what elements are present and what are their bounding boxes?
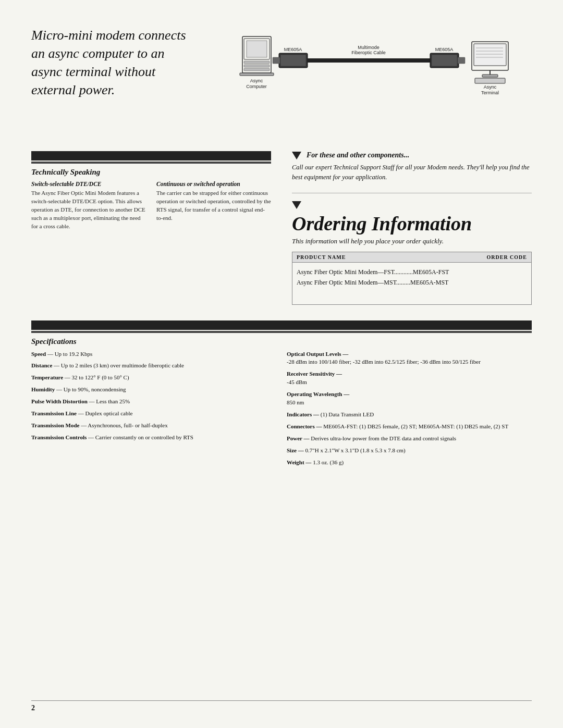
spec-optical-label: Optical Output Levels — bbox=[287, 351, 348, 357]
spec-speed-label: Speed bbox=[31, 351, 46, 357]
spec-wavelength: Operating Wavelength — 850 nm bbox=[287, 390, 532, 407]
spec-optical-value: -28 dBm into 100/140 fiber; -32 dBm into… bbox=[287, 359, 481, 365]
spec-connectors-value: ME605A-FST: (1) DB25 female, (2) ST; ME6… bbox=[322, 423, 509, 429]
specs-title: Specifications bbox=[31, 337, 532, 346]
ordering-title: Ordering Information bbox=[292, 212, 532, 235]
dte-dce-body: The Async Fiber Optic Mini Modem feature… bbox=[31, 189, 146, 231]
page-number: 2 bbox=[31, 704, 35, 712]
svg-text:ME605A: ME605A bbox=[435, 47, 454, 52]
ordering-triangle-icon bbox=[292, 201, 301, 209]
ordering-section: Ordering Information This information wi… bbox=[292, 201, 532, 305]
spec-transmission-mode-label: Transmission Mode bbox=[31, 422, 79, 428]
for-these-title: For these and other components... bbox=[307, 151, 409, 159]
svg-text:Multimode: Multimode bbox=[358, 45, 380, 50]
spec-wavelength-value: 850 nm bbox=[287, 399, 304, 405]
spec-transmission-line: Transmission Line — Duplex optical cable bbox=[31, 410, 276, 418]
spec-temperature-label: Temperature bbox=[31, 374, 63, 380]
col-product-name: PRODUCT NAME bbox=[297, 254, 444, 260]
spec-humidity-value: — Up to 90%, noncondensing bbox=[55, 386, 126, 392]
spec-connectors-label: Connectors — bbox=[287, 423, 322, 429]
specs-content: Speed — Up to 19.2 Kbps Distance — Up to… bbox=[31, 350, 532, 471]
spec-connectors: Connectors — ME605A-FST: (1) DB25 female… bbox=[287, 423, 532, 431]
spec-pulse-width-label: Pulse Width Distortion bbox=[31, 398, 88, 404]
spec-weight-value: 1.3 oz. (36 g) bbox=[311, 459, 344, 465]
spec-wavelength-label: Operating Wavelength — bbox=[287, 391, 349, 397]
connection-diagram: ME605A Async Computer Multimode Fiberopt… bbox=[227, 26, 519, 135]
svg-rect-6 bbox=[240, 73, 274, 76]
spec-distance-label: Distance bbox=[31, 362, 52, 368]
order-row-mst-name: Async Fiber Optic Mini Modem—MST........… bbox=[297, 279, 448, 286]
order-table: PRODUCT NAME ORDER CODE Async Fiber Opti… bbox=[292, 252, 532, 305]
svg-rect-9 bbox=[273, 57, 280, 64]
diagram-area: ME605A Async Computer Multimode Fiberopt… bbox=[214, 21, 532, 135]
technically-speaking-section: Technically Speaking Switch-selectable D… bbox=[31, 151, 271, 305]
spec-receiver-value: -45 dBm bbox=[287, 379, 307, 385]
spec-receiver-label: Receiver Sensitivity — bbox=[287, 371, 342, 377]
continuous-switched-body: The carrier can be strapped for either c… bbox=[156, 189, 271, 223]
tech-left: Switch-selectable DTE/DCE The Async Fibe… bbox=[31, 181, 146, 231]
spec-power: Power — Derives ultra-low power from the… bbox=[287, 435, 532, 443]
specifications-section: Specifications Speed — Up to 19.2 Kbps D… bbox=[31, 320, 532, 471]
top-section: Micro-mini modem connects an async compu… bbox=[31, 21, 532, 135]
continuous-switched-title: Continuous or switched operation bbox=[156, 181, 271, 187]
order-row-fst: Async Fiber Optic Mini Modem—FST........… bbox=[297, 268, 527, 277]
order-table-header: PRODUCT NAME ORDER CODE bbox=[292, 252, 531, 263]
svg-rect-21 bbox=[482, 75, 498, 77]
spec-transmission-controls-value: — Carrier constantly on or controlled by… bbox=[87, 434, 193, 440]
svg-text:ME605A: ME605A bbox=[284, 47, 302, 52]
spec-transmission-mode: Transmission Mode — Asynchronous, full- … bbox=[31, 422, 276, 430]
spec-pulse-width-value: — Less than 25% bbox=[88, 398, 130, 404]
spec-indicators-value: (1) Data Transmit LED bbox=[319, 411, 374, 417]
spec-indicators-label: Indicators — bbox=[287, 411, 319, 417]
order-row-fst-name: Async Fiber Optic Mini Modem—FST........… bbox=[297, 268, 449, 276]
spec-distance-value: — Up to 2 miles (3 km) over multimode fi… bbox=[52, 362, 184, 368]
ordering-header bbox=[292, 201, 532, 209]
page: Micro-mini modem connects an async compu… bbox=[0, 0, 563, 728]
svg-rect-5 bbox=[244, 68, 270, 71]
dte-dce-title: Switch-selectable DTE/DCE bbox=[31, 181, 146, 187]
middle-section: Technically Speaking Switch-selectable D… bbox=[31, 151, 532, 305]
spec-size-label: Size — bbox=[287, 447, 304, 453]
ordering-subtitle: This information will help you place you… bbox=[292, 237, 532, 245]
svg-text:Terminal: Terminal bbox=[481, 90, 499, 95]
svg-text:Async: Async bbox=[250, 78, 263, 83]
bottom-bar: 2 bbox=[31, 700, 532, 712]
spec-power-value: Derives ultra-low power from the DTE dat… bbox=[309, 435, 456, 441]
spec-transmission-controls: Transmission Controls — Carrier constant… bbox=[31, 434, 276, 442]
technically-speaking-title: Technically Speaking bbox=[31, 168, 271, 177]
spec-temperature: Temperature — 32 to 122° F (0 to 50° C) bbox=[31, 374, 276, 382]
spec-transmission-controls-label: Transmission Controls bbox=[31, 434, 87, 440]
spec-speed: Speed — Up to 19.2 Kbps bbox=[31, 350, 276, 359]
specs-right: Optical Output Levels — -28 dBm into 100… bbox=[287, 350, 532, 471]
spec-power-label: Power — bbox=[287, 435, 309, 441]
header-bar-thin bbox=[31, 162, 271, 164]
order-row-mst: Async Fiber Optic Mini Modem—MST........… bbox=[297, 278, 527, 287]
tech-right: Continuous or switched operation The car… bbox=[156, 181, 271, 231]
specs-header-bar-thick bbox=[31, 320, 532, 330]
specs-left: Speed — Up to 19.2 Kbps Distance — Up to… bbox=[31, 350, 276, 471]
spec-temperature-value: — 32 to 122° F (0 to 50° C) bbox=[63, 374, 129, 380]
svg-rect-15 bbox=[474, 44, 506, 66]
svg-rect-4 bbox=[244, 65, 270, 67]
spec-transmission-mode-value: — Asynchronous, full- or half-duplex bbox=[79, 422, 167, 428]
spec-weight: Weight — 1.3 oz. (36 g) bbox=[287, 459, 532, 467]
col-order-code: ORDER CODE bbox=[444, 254, 527, 260]
technically-speaking-content: Switch-selectable DTE/DCE The Async Fibe… bbox=[31, 181, 271, 231]
svg-text:Fiberoptic Cable: Fiberoptic Cable bbox=[351, 50, 386, 55]
spec-optical: Optical Output Levels — -28 dBm into 100… bbox=[287, 350, 532, 367]
spec-transmission-line-value: — Duplex optical cable bbox=[77, 410, 133, 416]
svg-text:Async: Async bbox=[484, 84, 497, 90]
spec-size-value: 0.7"H x 2.1"W x 3.1"D (1.8 x 5.3 x 7.8 c… bbox=[304, 447, 406, 453]
spec-pulse-width: Pulse Width Distortion — Less than 25% bbox=[31, 398, 276, 406]
svg-text:Computer: Computer bbox=[246, 84, 267, 89]
spec-weight-label: Weight — bbox=[287, 459, 311, 465]
order-table-body: Async Fiber Optic Mini Modem—FST........… bbox=[292, 263, 531, 304]
triangle-icon bbox=[292, 152, 301, 159]
spec-humidity: Humidity — Up to 90%, noncondensing bbox=[31, 386, 276, 394]
svg-rect-22 bbox=[475, 78, 505, 83]
spec-speed-value: — Up to 19.2 Kbps bbox=[46, 351, 92, 357]
svg-rect-8 bbox=[280, 55, 306, 66]
svg-rect-13 bbox=[458, 57, 465, 64]
spec-humidity-label: Humidity bbox=[31, 386, 55, 392]
spec-indicators: Indicators — (1) Data Transmit LED bbox=[287, 411, 532, 419]
